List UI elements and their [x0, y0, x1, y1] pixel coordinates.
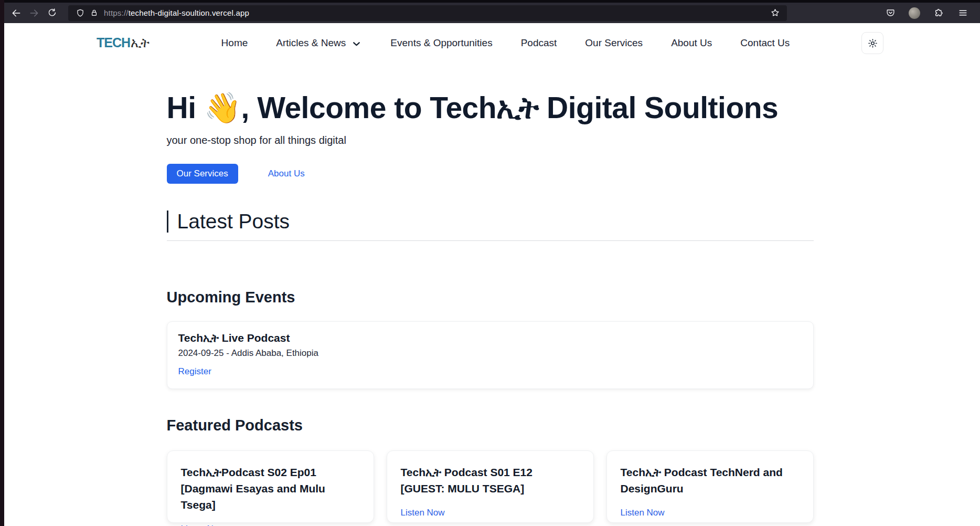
toolbar-right-cluster: [881, 5, 972, 21]
bookmark-star-icon[interactable]: [768, 6, 782, 20]
window-left-edge: [0, 0, 4, 526]
podcast-title: TechኢትPodcast S02 Ep01 [Dagmawi Esayas a…: [181, 464, 360, 513]
nav-item-home[interactable]: Home: [221, 37, 248, 49]
account-button[interactable]: [906, 5, 923, 21]
register-link[interactable]: Register: [178, 366, 211, 377]
site-logo[interactable]: TECHኢት: [97, 35, 150, 51]
reload-button[interactable]: [43, 5, 61, 21]
shield-icon[interactable]: [73, 6, 87, 20]
podcast-card: Techኢት Podcast S01 E12 [GUEST: MULU TSEG…: [387, 450, 594, 523]
section-divider: [167, 240, 814, 241]
avatar: [909, 7, 920, 19]
extensions-button[interactable]: [930, 5, 947, 21]
reload-icon: [47, 8, 57, 18]
listen-now-link[interactable]: Listen Now: [181, 524, 225, 526]
lock-icon[interactable]: [87, 6, 101, 20]
url-scheme: https://: [104, 8, 129, 17]
event-card: Techኢት Live Podcast 2024-09-25 - Addis A…: [167, 321, 814, 389]
latest-posts-title: Latest Posts: [167, 211, 814, 233]
page-content: Hi 👋, Welcome to Techኢት Digital Soultion…: [0, 63, 980, 523]
browser-chrome: https://techeth-digital-soultion.vercel.…: [0, 0, 980, 23]
back-arrow-icon: [11, 8, 22, 18]
puzzle-icon: [934, 8, 944, 18]
hero-section: Hi 👋, Welcome to Techኢት Digital Soultion…: [167, 63, 814, 184]
featured-podcasts-section: Featured Podcasts TechኢትPodcast S02 Ep01…: [167, 417, 814, 523]
podcast-grid: TechኢትPodcast S02 Ep01 [Dagmawi Esayas a…: [167, 450, 814, 523]
hero-cta-row: Our Services About Us: [167, 164, 814, 184]
pocket-icon: [886, 8, 896, 18]
upcoming-events-heading: Upcoming Events: [167, 289, 814, 306]
url-text[interactable]: https://techeth-digital-soultion.vercel.…: [104, 8, 249, 17]
nav-item-contact-us[interactable]: Contact Us: [740, 37, 790, 49]
podcast-title: Techኢት Podcast TechNerd and DesignGuru: [621, 464, 800, 497]
menu-button[interactable]: [954, 5, 972, 21]
hero-subtitle: your one-stop shop for all things digita…: [167, 134, 814, 146]
nav-item-about-us[interactable]: About Us: [671, 37, 712, 49]
forward-button[interactable]: [25, 5, 43, 21]
latest-posts-section: Latest Posts: [167, 211, 814, 241]
logo-text: TECH: [97, 35, 130, 50]
about-us-link[interactable]: About Us: [268, 169, 305, 179]
event-title: Techኢት Live Podcast: [178, 332, 802, 344]
site-header: TECHኢት Home Articles & News Events & Opp…: [0, 23, 980, 63]
pocket-button[interactable]: [881, 5, 899, 21]
podcast-card: Techኢት Podcast TechNerd and DesignGuru L…: [606, 450, 814, 523]
logo-ethiopic-glyph: ኢት: [131, 35, 150, 51]
main-nav: Home Articles & News Events & Opportunit…: [150, 37, 861, 49]
url-host: techeth-digital-soultion.vercel.app: [129, 8, 249, 17]
listen-now-link[interactable]: Listen Now: [621, 508, 665, 518]
theme-toggle-button[interactable]: [861, 32, 883, 54]
url-bar[interactable]: https://techeth-digital-soultion.vercel.…: [68, 5, 787, 21]
hamburger-icon: [958, 8, 968, 18]
podcast-card: TechኢትPodcast S02 Ep01 [Dagmawi Esayas a…: [167, 450, 374, 523]
podcast-title: Techኢት Podcast S01 E12 [GUEST: MULU TSEG…: [401, 464, 580, 497]
event-date-location: 2024-09-25 - Addis Ababa, Ethiopia: [178, 348, 802, 359]
upcoming-events-section: Upcoming Events Techኢት Live Podcast 2024…: [167, 289, 814, 389]
nav-item-events-opportunities[interactable]: Events & Opportunities: [390, 37, 492, 49]
hero-title: Hi 👋, Welcome to Techኢት Digital Soultion…: [167, 91, 814, 125]
listen-now-link[interactable]: Listen Now: [401, 508, 445, 518]
nav-item-podcast[interactable]: Podcast: [521, 37, 557, 49]
chevron-down-icon: [351, 38, 362, 49]
forward-arrow-icon: [29, 8, 39, 18]
nav-item-our-services[interactable]: Our Services: [585, 37, 643, 49]
back-button[interactable]: [7, 5, 25, 21]
sun-icon: [868, 38, 878, 48]
nav-item-articles-news[interactable]: Articles & News: [276, 37, 362, 49]
featured-podcasts-heading: Featured Podcasts: [167, 417, 814, 434]
our-services-button[interactable]: Our Services: [167, 164, 238, 184]
